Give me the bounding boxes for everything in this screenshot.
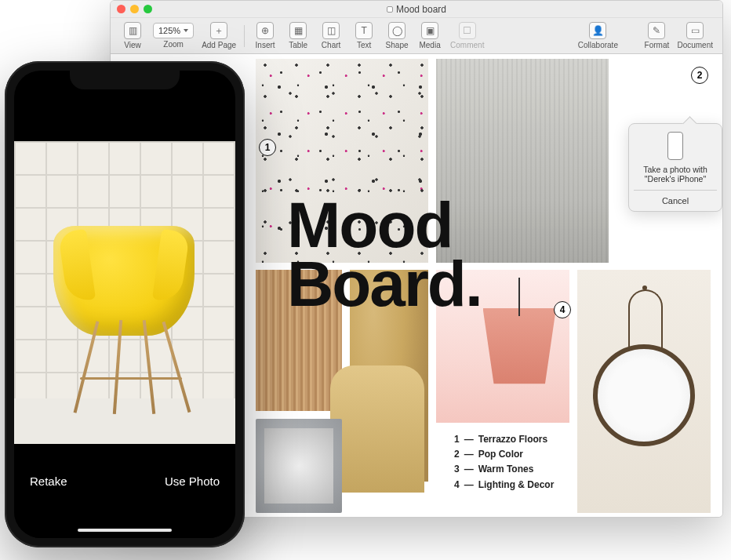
format-button[interactable]: ✎ Format [641, 22, 672, 49]
toolbar: ▥ View 125% Zoom ＋ Add Page ⊕ Insert ▦ T… [111, 18, 722, 54]
text-label: Text [357, 41, 371, 49]
document-icon [387, 6, 393, 13]
callout-2[interactable]: 2 [691, 67, 708, 84]
legend-dash: — [464, 432, 474, 447]
continuity-camera-popover: Take a photo with "Derek's iPhone" Cance… [628, 123, 722, 212]
view-label: View [124, 41, 141, 49]
legend-dash: — [464, 462, 474, 477]
minimize-button[interactable] [130, 5, 139, 13]
media-label: Media [419, 41, 440, 49]
callout-1[interactable]: 1 [259, 139, 276, 156]
text-button[interactable]: T Text [348, 22, 380, 49]
legend[interactable]: 1—Terrazzo Floors 2—Pop Color 3—Warm Ton… [454, 432, 554, 493]
text-icon: T [355, 22, 373, 39]
mirror-ring [593, 344, 695, 446]
collaborate-button[interactable]: 👤 Collaborate [575, 22, 621, 49]
legend-num: 2 [454, 447, 460, 462]
zoom-value[interactable]: 125% [153, 23, 194, 38]
image-fur[interactable] [256, 419, 342, 513]
chart-icon: ◫ [322, 22, 340, 39]
fullscreen-button[interactable] [144, 5, 152, 13]
iphone-notch [70, 71, 180, 89]
legend-row: 1—Terrazzo Floors [454, 432, 554, 447]
mirror-strap [628, 289, 663, 352]
collaborate-icon: 👤 [589, 22, 606, 39]
legend-num: 1 [454, 432, 460, 447]
use-photo-button[interactable]: Use Photo [165, 475, 220, 488]
media-icon: ▣ [421, 22, 438, 39]
callout-4[interactable]: 4 [554, 301, 571, 318]
legend-dash: — [464, 478, 474, 493]
zoom-label: Zoom [163, 40, 184, 49]
add-page-icon: ＋ [210, 22, 227, 39]
camera-controls: Retake Use Photo [14, 444, 235, 538]
chair-leg [162, 322, 191, 413]
add-page-label: Add Page [202, 41, 236, 49]
popover-text2: "Derek's iPhone" [634, 174, 717, 184]
window-title: Mood board [387, 4, 446, 15]
document-icon: ▭ [686, 22, 704, 39]
chart-label: Chart [322, 41, 340, 49]
comment-button[interactable]: ☐ Comment [447, 22, 487, 49]
media-button[interactable]: ▣ Media [414, 22, 446, 49]
popover-text1: Take a photo with [634, 165, 717, 174]
legend-label: Lighting & Decor [478, 478, 555, 493]
iphone-screen: Retake Use Photo [14, 71, 235, 538]
table-button[interactable]: ▦ Table [282, 22, 314, 49]
iphone-device: Retake Use Photo [5, 61, 245, 547]
legend-label: Warm Tones [478, 462, 534, 477]
legend-row: 3—Warm Tones [454, 462, 554, 477]
camera-preview[interactable] [14, 141, 235, 445]
toolbar-separator [244, 25, 245, 47]
retake-button[interactable]: Retake [30, 475, 67, 488]
comment-icon: ☐ [459, 22, 476, 39]
insert-label: Insert [256, 41, 275, 49]
shape-button[interactable]: ◯ Shape [381, 22, 413, 49]
preview-chair [38, 195, 210, 414]
view-button[interactable]: ▥ View [117, 22, 148, 49]
headline-line2: Board. [287, 254, 482, 313]
format-icon: ✎ [648, 22, 665, 39]
table-icon: ▦ [289, 22, 307, 39]
chair-rung [80, 377, 182, 380]
shape-icon: ◯ [388, 22, 406, 39]
document-button[interactable]: ▭ Document [674, 22, 716, 49]
popover-cancel-button[interactable]: Cancel [634, 190, 717, 211]
collaborate-label: Collaborate [578, 41, 618, 49]
headline[interactable]: Mood Board. [287, 195, 482, 314]
shape-label: Shape [386, 41, 409, 49]
home-indicator[interactable] [78, 529, 172, 532]
legend-dash: — [464, 447, 474, 462]
legend-num: 4 [454, 478, 460, 493]
chair-leg [74, 321, 100, 413]
add-page-button[interactable]: ＋ Add Page [198, 22, 239, 49]
window-controls [117, 5, 152, 13]
comment-label: Comment [450, 41, 484, 49]
insert-button[interactable]: ⊕ Insert [249, 22, 281, 49]
legend-label: Pop Color [478, 447, 523, 462]
legend-row: 4—Lighting & Decor [454, 478, 554, 493]
phone-icon [667, 132, 683, 160]
close-button[interactable] [117, 5, 125, 13]
zoom-control[interactable]: 125% Zoom [150, 23, 197, 49]
insert-icon: ⊕ [256, 22, 274, 39]
view-icon: ▥ [124, 22, 141, 39]
window-title-text: Mood board [396, 4, 446, 15]
legend-row: 2—Pop Color [454, 447, 554, 462]
document-label: Document [677, 41, 713, 49]
legend-label: Terrazzo Floors [478, 432, 547, 447]
titlebar: Mood board [111, 1, 722, 18]
mirror-hook [642, 285, 647, 290]
chair-seat [53, 226, 195, 336]
chart-button[interactable]: ◫ Chart [315, 22, 347, 49]
legend-num: 3 [454, 462, 460, 477]
headline-line1: Mood [287, 195, 482, 254]
format-label: Format [645, 41, 670, 49]
table-label: Table [289, 41, 307, 49]
